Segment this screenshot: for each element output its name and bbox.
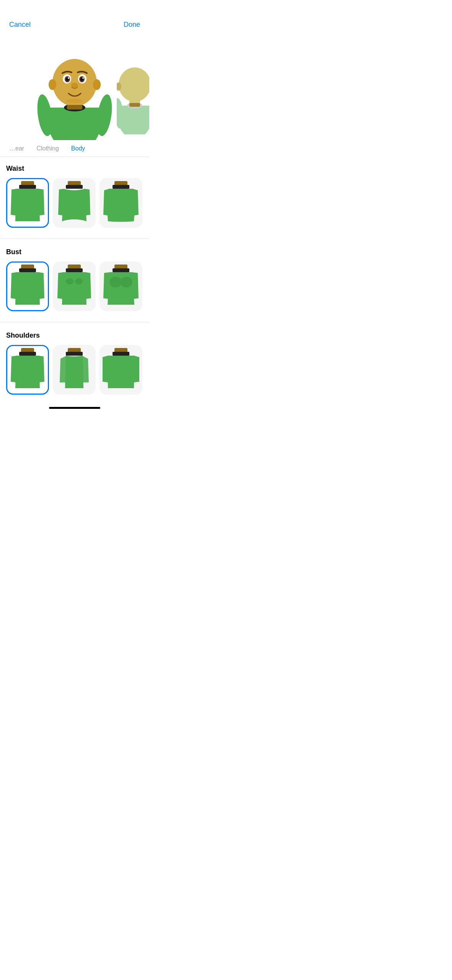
- waist-option-2[interactable]: [53, 178, 96, 228]
- svg-rect-47: [66, 352, 83, 356]
- waist-title: Waist: [6, 165, 143, 173]
- cancel-button[interactable]: Cancel: [9, 21, 31, 29]
- svg-point-12: [68, 77, 69, 79]
- bust-option-2[interactable]: [53, 261, 96, 311]
- svg-rect-45: [19, 352, 36, 356]
- bust-option-3[interactable]: [100, 261, 142, 311]
- svg-point-38: [66, 278, 73, 284]
- svg-rect-41: [113, 268, 129, 272]
- avatar-area: [0, 35, 149, 142]
- svg-point-39: [75, 278, 83, 284]
- shoulders-option-2[interactable]: [53, 345, 96, 395]
- svg-rect-35: [19, 268, 36, 272]
- svg-rect-31: [66, 185, 83, 189]
- shoulders-section: Shoulders: [0, 324, 149, 404]
- svg-point-43: [120, 277, 132, 287]
- done-button[interactable]: Done: [124, 21, 140, 29]
- home-indicator: [49, 407, 100, 409]
- avatar-side: [117, 46, 149, 134]
- shoulders-option-1[interactable]: [6, 345, 49, 395]
- bust-option-1[interactable]: [6, 261, 49, 311]
- divider-waist-bust: [0, 238, 149, 239]
- svg-rect-27: [129, 103, 140, 107]
- svg-rect-29: [19, 185, 36, 189]
- waist-option-3[interactable]: [100, 178, 142, 228]
- shoulders-options: [6, 345, 143, 401]
- tab-clothing[interactable]: Clothing: [36, 145, 59, 154]
- divider-bust-shoulders: [0, 322, 149, 322]
- svg-point-7: [49, 79, 56, 90]
- svg-rect-1: [50, 108, 100, 134]
- svg-point-16: [82, 77, 84, 79]
- svg-point-8: [93, 79, 101, 90]
- svg-point-18: [66, 99, 83, 103]
- waist-option-1[interactable]: [6, 178, 49, 228]
- svg-rect-33: [113, 185, 129, 189]
- bust-options: [6, 261, 143, 317]
- waist-options: [6, 178, 143, 234]
- tab-body[interactable]: Body: [71, 145, 85, 154]
- tab-bar: …ear Clothing Body: [0, 142, 149, 157]
- header: Cancel Done: [0, 0, 149, 35]
- svg-rect-37: [66, 268, 83, 272]
- svg-point-25: [119, 67, 149, 102]
- shoulders-title: Shoulders: [6, 332, 143, 340]
- svg-point-42: [109, 277, 122, 287]
- tab-eyewear[interactable]: …ear: [9, 145, 24, 154]
- svg-rect-49: [113, 352, 129, 356]
- shoulders-option-3[interactable]: [100, 345, 142, 395]
- waist-section: Waist: [0, 157, 149, 237]
- bust-section: Bust: [0, 240, 149, 320]
- bust-title: Bust: [6, 248, 143, 256]
- avatar-main: [36, 37, 113, 140]
- svg-rect-19: [67, 105, 82, 109]
